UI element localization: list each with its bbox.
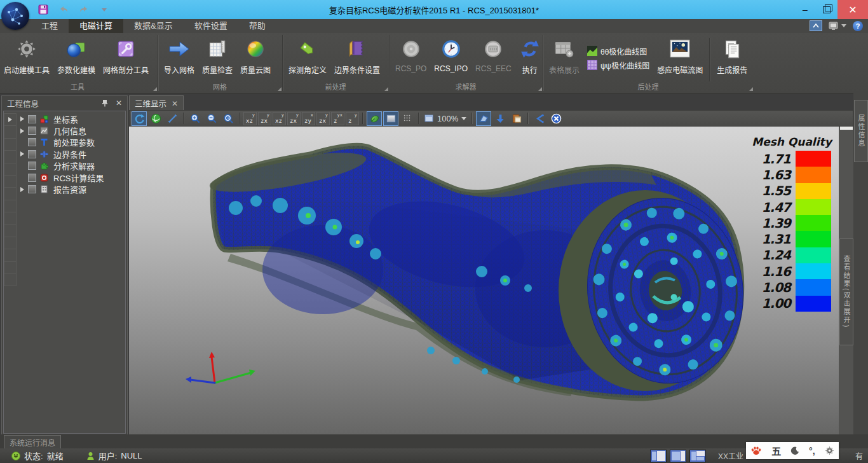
bottom-tab-row: 系统运行消息 bbox=[0, 434, 868, 448]
close-view-button[interactable] bbox=[548, 111, 564, 126]
checkbox[interactable] bbox=[28, 162, 36, 170]
mesh-partition-tool-button[interactable]: 网格剖分工具 bbox=[99, 34, 153, 81]
tree-item-rcs-results[interactable]: RCS计算结果 bbox=[17, 172, 125, 183]
tree-item-preprocess-params[interactable]: 前处理参数 bbox=[17, 137, 125, 148]
tree-item-boundary-conditions[interactable]: 边界条件 bbox=[17, 148, 125, 160]
collapse-ribbon-button[interactable] bbox=[810, 20, 822, 31]
flip-normal-button[interactable] bbox=[532, 111, 547, 126]
zoom-fit-button[interactable] bbox=[220, 111, 236, 126]
save-icon[interactable] bbox=[37, 3, 50, 16]
expand-arrow-icon[interactable] bbox=[20, 151, 24, 156]
rcs-eec-button[interactable]: RCS_EEC bbox=[471, 34, 515, 81]
user-icon bbox=[86, 452, 95, 460]
checkbox[interactable] bbox=[28, 138, 36, 146]
expand-arrow-icon[interactable] bbox=[20, 128, 24, 134]
group-launcher-icon[interactable] bbox=[538, 87, 542, 91]
restore-button[interactable] bbox=[816, 0, 837, 19]
quality-check-button[interactable]: 质量检查 bbox=[198, 34, 236, 81]
view-iso2-button[interactable]: yz bbox=[346, 112, 359, 125]
tab-help[interactable]: 帮助 bbox=[238, 19, 276, 33]
tab-view-results[interactable]: 查看结果(双击展开) bbox=[839, 238, 853, 345]
customize-qat-chevron-icon[interactable] bbox=[98, 3, 111, 16]
orbit-view-button[interactable] bbox=[148, 111, 163, 126]
group-label-preprocess: 前处理 bbox=[285, 81, 386, 92]
close-icon[interactable]: ✕ bbox=[113, 98, 125, 108]
checkbox[interactable] bbox=[28, 174, 36, 182]
shaded-surface-button[interactable] bbox=[383, 111, 398, 126]
help-icon[interactable]: ? bbox=[853, 21, 863, 31]
generate-report-button[interactable]: 生成报告 bbox=[713, 34, 751, 81]
view-top-button[interactable]: xzy bbox=[302, 112, 315, 125]
tab-engineering[interactable]: 工程 bbox=[31, 19, 69, 33]
tab-software-settings[interactable]: 软件设置 bbox=[184, 19, 238, 33]
zoom-in-button[interactable] bbox=[187, 111, 203, 126]
view-front-button[interactable]: yxz bbox=[243, 112, 257, 125]
parameter-T-icon bbox=[39, 137, 50, 147]
tab-data-display[interactable]: 数据&显示 bbox=[123, 19, 184, 33]
psi-polarization-curve-button[interactable]: ψψ极化曲线图 bbox=[587, 60, 649, 71]
redo-icon[interactable] bbox=[78, 3, 90, 16]
layout-bottom-panel-button[interactable] bbox=[689, 450, 706, 462]
probe-angle-button[interactable]: 探测角定义 bbox=[285, 34, 330, 81]
checkbox[interactable] bbox=[28, 127, 36, 135]
induced-current-map-button[interactable]: 感应电磁流图 bbox=[653, 34, 707, 81]
tree-item-analysis-solver[interactable]: 分析求解器 bbox=[17, 160, 125, 172]
app-logo-icon[interactable] bbox=[1, 2, 29, 30]
expand-arrow-icon[interactable] bbox=[20, 187, 24, 192]
tree-item-geometry-info[interactable]: 几何信息 bbox=[17, 125, 125, 136]
pin-icon[interactable] bbox=[99, 98, 111, 108]
wireframe-points-button[interactable] bbox=[400, 111, 415, 126]
ime-toolbar[interactable]: 五 °, bbox=[746, 442, 839, 459]
report-resource-icon bbox=[39, 184, 50, 194]
group-launcher-icon[interactable] bbox=[384, 87, 388, 91]
undo-icon[interactable] bbox=[57, 3, 70, 16]
zoom-out-button[interactable] bbox=[204, 111, 219, 126]
group-launcher-icon[interactable] bbox=[278, 87, 281, 91]
ime-punctuation-mode: °, bbox=[809, 446, 815, 456]
quality-cloudmap-button[interactable]: 质量云图 bbox=[236, 34, 275, 81]
close-icon[interactable]: ✕ bbox=[172, 99, 178, 108]
green-chart-icon bbox=[587, 46, 597, 56]
checkbox[interactable] bbox=[28, 185, 36, 193]
checkbox[interactable] bbox=[28, 115, 36, 123]
tab-property-info[interactable]: 属性信息 bbox=[854, 100, 868, 162]
zoom-scale-dropdown[interactable]: 100% bbox=[424, 114, 466, 123]
layout-left-panel-button[interactable] bbox=[650, 450, 667, 462]
arrow-down-button[interactable] bbox=[492, 111, 508, 126]
checkbox[interactable] bbox=[28, 150, 36, 158]
view-left-button[interactable]: yxz bbox=[273, 112, 286, 125]
tab-3d-display[interactable]: 三维显示 ✕ bbox=[129, 95, 184, 111]
view-iso-button[interactable]: yxz bbox=[331, 112, 344, 125]
clip-plane-button[interactable] bbox=[476, 111, 491, 126]
smooth-shading-button[interactable] bbox=[367, 111, 382, 126]
group-launcher-icon[interactable] bbox=[749, 87, 753, 91]
tab-system-messages[interactable]: 系统运行消息 bbox=[4, 435, 61, 448]
expand-arrow-icon[interactable] bbox=[20, 116, 24, 121]
boundary-condition-settings-button[interactable]: 边界条件设置 bbox=[330, 34, 384, 81]
tree-item-report-resources[interactable]: 报告资源 bbox=[17, 183, 125, 195]
close-button[interactable]: ✕ bbox=[837, 0, 868, 19]
group-launcher-icon[interactable] bbox=[153, 87, 157, 91]
table-display-button[interactable]: 表格展示 bbox=[545, 34, 583, 81]
theta-polarization-curve-button[interactable]: θθ极化曲线图 bbox=[587, 46, 649, 57]
rcs-ipo-button[interactable]: RCS_IPO bbox=[430, 34, 471, 81]
parametric-modeling-button[interactable]: 参数化建模 bbox=[53, 34, 99, 81]
view-back-button[interactable]: yzx bbox=[258, 112, 271, 125]
tab-em-computation[interactable]: 电磁计算 bbox=[69, 19, 123, 33]
viewport-3d[interactable]: Mesh Quality 1.71 1.63 1.55 1.47 1.39 1.… bbox=[129, 127, 839, 434]
view-right-button[interactable]: yzx bbox=[287, 112, 301, 125]
tree-item-coordinate-system[interactable]: 坐标系 bbox=[17, 113, 125, 125]
application-window: 复杂目标RCS电磁分析软件2015 R1 - RCS_2015031801* –… bbox=[0, 0, 868, 463]
minimize-button[interactable]: – bbox=[794, 0, 816, 19]
execute-button[interactable]: 执行 bbox=[515, 34, 545, 81]
pan-view-button[interactable] bbox=[165, 111, 180, 126]
rotate-view-button[interactable] bbox=[132, 111, 147, 126]
display-mode-icon[interactable] bbox=[829, 21, 846, 31]
capture-window-button[interactable] bbox=[509, 111, 524, 126]
ribbon: 启动建模工具 参数化建模 网格剖分工具 工具 bbox=[0, 33, 868, 94]
import-mesh-button[interactable]: 导入网格 bbox=[160, 34, 198, 81]
view-bottom-button[interactable]: yzx bbox=[316, 112, 330, 125]
layout-split-panel-button[interactable] bbox=[670, 450, 686, 462]
rcs-po-button[interactable]: RCS_PO bbox=[391, 34, 430, 81]
launch-modeling-tool-button[interactable]: 启动建模工具 bbox=[0, 34, 53, 81]
